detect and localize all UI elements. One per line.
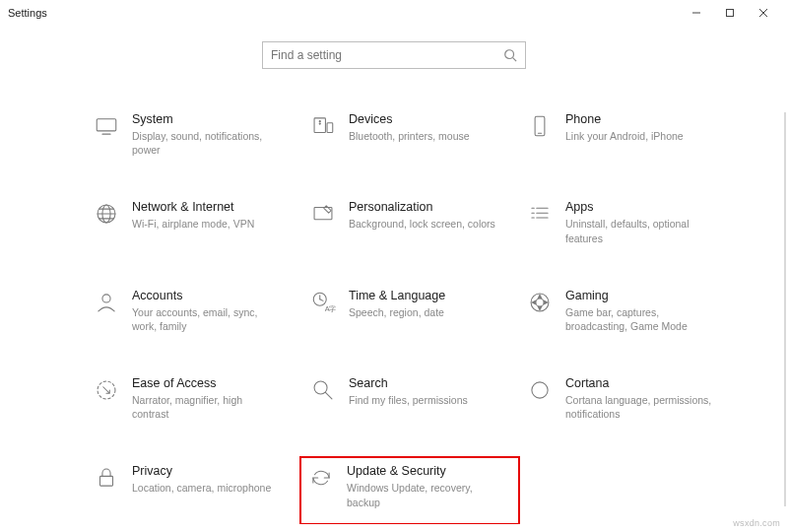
- window-controls: [680, 2, 780, 24]
- apps-icon: [526, 200, 554, 228]
- minimize-button[interactable]: [680, 2, 713, 24]
- category-label: Network & Internet: [132, 200, 254, 215]
- svg-rect-1: [727, 10, 734, 17]
- lock-icon: [93, 464, 120, 492]
- titlebar: Settings: [0, 0, 788, 26]
- svg-rect-37: [100, 477, 113, 487]
- category-label: Gaming: [565, 289, 713, 303]
- search-wrap: [0, 41, 788, 69]
- scrollbar[interactable]: [784, 112, 786, 506]
- category-desc: Link your Android, iPhone: [565, 129, 684, 143]
- svg-rect-6: [97, 119, 116, 131]
- category-desc: Display, sound, notifications, power: [132, 129, 280, 157]
- category-desc: Bluetooth, printers, mouse: [349, 129, 470, 143]
- category-desc: Narrator, magnifier, high contrast: [132, 393, 280, 421]
- category-ease-of-access[interactable]: Ease of AccessNarrator, magnifier, high …: [87, 372, 299, 425]
- ease-of-access-icon: [93, 376, 120, 404]
- category-desc: Speech, region, date: [349, 305, 445, 319]
- magnifier-icon: [309, 376, 337, 404]
- category-desc: Your accounts, email, sync, work, family: [132, 305, 280, 333]
- category-label: Phone: [565, 112, 684, 127]
- category-desc: Windows Update, recovery, backup: [347, 481, 494, 508]
- gaming-icon: [526, 289, 554, 316]
- category-desc: Wi-Fi, airplane mode, VPN: [132, 217, 254, 231]
- phone-icon: [526, 112, 554, 140]
- category-label: Privacy: [132, 464, 271, 479]
- category-label: Devices: [349, 112, 470, 127]
- category-label: Personalization: [349, 200, 495, 215]
- maximize-button[interactable]: [713, 2, 747, 24]
- category-time-language[interactable]: A字 Time & LanguageSpeech, region, date: [303, 285, 516, 337]
- category-search[interactable]: SearchFind my files, permissions: [303, 372, 516, 425]
- cortana-icon: [526, 376, 554, 404]
- category-label: Search: [349, 376, 468, 391]
- system-icon: [93, 112, 120, 140]
- category-personalization[interactable]: PersonalizationBackground, lock screen, …: [303, 196, 516, 248]
- svg-rect-9: [327, 123, 333, 133]
- category-apps[interactable]: AppsUninstall, defaults, optional featur…: [520, 196, 733, 248]
- category-label: Update & Security: [347, 464, 494, 479]
- category-devices[interactable]: DevicesBluetooth, printers, mouse: [303, 108, 516, 161]
- category-accounts[interactable]: AccountsYour accounts, email, sync, work…: [87, 285, 299, 337]
- personalization-icon: [309, 200, 337, 228]
- category-gaming[interactable]: GamingGame bar, captures, broadcasting, …: [520, 285, 733, 337]
- svg-line-35: [325, 392, 332, 399]
- category-label: System: [132, 112, 280, 127]
- category-label: Cortana: [565, 376, 713, 391]
- category-phone[interactable]: PhoneLink your Android, iPhone: [520, 108, 733, 161]
- svg-point-26: [102, 295, 110, 302]
- svg-point-4: [505, 50, 514, 59]
- category-cortana[interactable]: CortanaCortana language, permissions, no…: [520, 372, 733, 425]
- category-label: Ease of Access: [132, 376, 280, 391]
- watermark: wsxdn.com: [733, 518, 780, 528]
- svg-point-10: [319, 121, 320, 122]
- svg-line-5: [513, 58, 517, 62]
- categories-grid-wrap: SystemDisplay, sound, notifications, pow…: [87, 108, 776, 524]
- category-privacy[interactable]: PrivacyLocation, camera, microphone: [87, 460, 299, 520]
- category-desc: Cortana language, permissions, notificat…: [565, 393, 713, 421]
- search-icon: [503, 48, 517, 62]
- svg-line-29: [320, 299, 323, 300]
- svg-text:A字: A字: [325, 304, 336, 313]
- category-desc: Find my files, permissions: [349, 393, 468, 407]
- accounts-icon: [93, 289, 120, 316]
- category-desc: Location, camera, microphone: [132, 481, 271, 495]
- category-desc: Game bar, captures, broadcasting, Game M…: [565, 305, 713, 333]
- svg-point-11: [319, 123, 320, 124]
- category-desc: Uninstall, defaults, optional features: [565, 217, 713, 244]
- category-label: Apps: [565, 200, 713, 215]
- category-system[interactable]: SystemDisplay, sound, notifications, pow…: [87, 108, 299, 161]
- search-box[interactable]: [262, 41, 526, 69]
- svg-point-36: [532, 382, 548, 398]
- update-icon: [307, 464, 335, 492]
- search-input[interactable]: [271, 48, 503, 62]
- devices-icon: [309, 112, 337, 140]
- categories-grid: SystemDisplay, sound, notifications, pow…: [87, 108, 776, 521]
- category-update-security[interactable]: Update & SecurityWindows Update, recover…: [299, 456, 520, 524]
- category-desc: Background, lock screen, colors: [349, 217, 495, 231]
- globe-icon: [93, 200, 120, 228]
- window-title: Settings: [8, 7, 47, 19]
- category-label: Time & Language: [349, 289, 445, 303]
- close-button[interactable]: [747, 2, 780, 24]
- category-network[interactable]: Network & InternetWi-Fi, airplane mode, …: [87, 196, 299, 248]
- time-language-icon: A字: [309, 289, 337, 316]
- svg-point-32: [536, 299, 544, 306]
- category-label: Accounts: [132, 289, 280, 303]
